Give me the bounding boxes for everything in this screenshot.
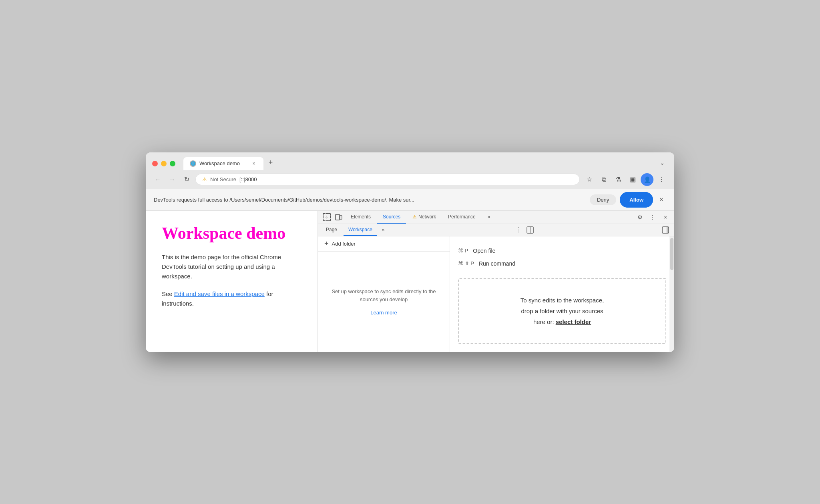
file-tree-panel: + Add folder Set up workspace to sync ed… bbox=[318, 236, 450, 352]
toolbar: ← → ↻ ⚠ Not Secure [::]8000 ☆ ⧉ ⚗ ▣ 👤 ⋮ bbox=[146, 170, 674, 189]
sidebar-button[interactable]: ▣ bbox=[626, 173, 639, 186]
not-secure-label: Not Secure bbox=[210, 176, 236, 182]
file-tree-empty: Set up workspace to sync edits directly … bbox=[318, 252, 450, 352]
forward-button[interactable]: → bbox=[167, 174, 178, 185]
subtab-workspace[interactable]: Workspace bbox=[344, 224, 377, 236]
notification-bar: DevTools requests full access to /Users/… bbox=[146, 189, 674, 211]
tab-more[interactable]: » bbox=[482, 211, 496, 224]
drop-area-line2: drop a folder with your sources bbox=[471, 306, 653, 316]
devtools-close-button[interactable]: × bbox=[660, 212, 671, 223]
tab-sources[interactable]: Sources bbox=[377, 211, 406, 224]
toolbar-icons: ☆ ⧉ ⚗ ▣ 👤 ⋮ bbox=[583, 173, 668, 186]
run-command-desc: Run command bbox=[479, 260, 515, 267]
devtools-tabs: ⊹ Elements Sources ⚠Network Performance … bbox=[318, 211, 674, 224]
notification-text: DevTools requests full access to /Users/… bbox=[154, 197, 585, 203]
tab-close-button[interactable]: × bbox=[251, 160, 257, 167]
select-folder-link[interactable]: select folder bbox=[556, 318, 591, 325]
page-title: Workspace demo bbox=[162, 224, 301, 243]
allow-button[interactable]: Allow bbox=[621, 193, 652, 206]
new-tab-button[interactable]: + bbox=[265, 157, 276, 168]
svg-rect-4 bbox=[662, 227, 669, 233]
maximize-traffic-light[interactable] bbox=[170, 161, 175, 166]
drop-area-line1: To sync edits to the workspace, bbox=[471, 295, 653, 306]
side-panel-icon-area bbox=[660, 224, 671, 236]
page-body-1: This is the demo page for the official C… bbox=[162, 252, 301, 281]
inspect-element-button[interactable]: ⊹ bbox=[321, 212, 332, 223]
tab-title: Workspace demo bbox=[199, 160, 240, 166]
page-body-2: See Edit and save files in a workspace f… bbox=[162, 289, 301, 308]
open-file-desc: Open file bbox=[473, 248, 495, 254]
profile-button[interactable]: 👤 bbox=[641, 173, 653, 186]
open-file-keys: ⌘ P bbox=[458, 248, 468, 254]
side-panel-button[interactable] bbox=[660, 224, 671, 236]
add-folder-plus-icon: + bbox=[324, 240, 329, 248]
workspace-tutorial-link[interactable]: Edit and save files in a workspace bbox=[174, 290, 265, 297]
add-folder-row[interactable]: + Add folder bbox=[318, 236, 450, 252]
devtools-kebab-button[interactable]: ⋮ bbox=[647, 212, 658, 223]
sources-body-wrapper: + Add folder Set up workspace to sync ed… bbox=[318, 236, 674, 352]
sources-subtabs: Page Workspace » ⋮ bbox=[318, 224, 674, 236]
notification-close-button[interactable]: × bbox=[657, 195, 666, 204]
shortcut-open-file: ⌘ P Open file bbox=[458, 244, 666, 257]
scrollbar-track[interactable] bbox=[669, 236, 674, 352]
page-body-2-prefix: See bbox=[162, 290, 174, 297]
extension-button[interactable]: ⧉ bbox=[597, 173, 610, 186]
main-content: Workspace demo This is the demo page for… bbox=[146, 211, 674, 352]
side-panel-icon bbox=[661, 226, 669, 234]
run-command-keys: ⌘ ⇧ P bbox=[458, 260, 474, 266]
not-secure-icon: ⚠ bbox=[202, 176, 207, 182]
drop-area: To sync edits to the workspace, drop a f… bbox=[458, 278, 666, 344]
devtools-settings-button[interactable]: ⚙ bbox=[634, 212, 645, 223]
subtab-kebab-button[interactable]: ⋮ bbox=[512, 224, 524, 235]
learn-more-link[interactable]: Learn more bbox=[370, 310, 397, 316]
sources-body: + Add folder Set up workspace to sync ed… bbox=[318, 236, 674, 352]
subtab-more[interactable]: » bbox=[379, 225, 388, 235]
network-warning-icon: ⚠ bbox=[412, 214, 417, 220]
svg-rect-0 bbox=[336, 214, 340, 220]
minimize-traffic-light[interactable] bbox=[161, 161, 167, 166]
tab-network[interactable]: ⚠Network bbox=[407, 211, 442, 224]
devtools-tab-icons: ⚙ ⋮ × bbox=[634, 212, 671, 223]
active-tab[interactable]: 🌐 Workspace demo × bbox=[183, 157, 263, 170]
editor-panel: ⌘ P Open file ⌘ ⇧ P Run command To sync … bbox=[450, 236, 674, 352]
browser-window: 🌐 Workspace demo × + ⌄ ← → ↻ ⚠ Not Secur… bbox=[146, 152, 674, 352]
select-element-icon: ⊹ bbox=[323, 213, 331, 221]
deny-button[interactable]: Deny bbox=[590, 194, 616, 205]
title-bar: 🌐 Workspace demo × + ⌄ bbox=[146, 152, 674, 170]
drop-area-line3: here or: select folder bbox=[471, 316, 653, 327]
subtab-toggle-panel-button[interactable] bbox=[525, 225, 535, 235]
address-bar[interactable]: ⚠ Not Secure [::]8000 bbox=[195, 174, 580, 185]
svg-rect-1 bbox=[340, 216, 342, 219]
back-button[interactable]: ← bbox=[152, 174, 163, 185]
file-tree-empty-text: Set up workspace to sync edits directly … bbox=[326, 288, 442, 303]
tab-performance[interactable]: Performance bbox=[442, 211, 481, 224]
device-toggle-button[interactable] bbox=[333, 212, 344, 223]
add-folder-label: Add folder bbox=[332, 241, 356, 247]
scrollbar-thumb[interactable] bbox=[670, 238, 673, 270]
subtab-page[interactable]: Page bbox=[321, 224, 342, 236]
close-traffic-light[interactable] bbox=[152, 161, 158, 166]
tab-bar: 🌐 Workspace demo × + bbox=[183, 157, 652, 170]
toggle-panel-icon bbox=[526, 226, 534, 234]
tab-chevron-icon[interactable]: ⌄ bbox=[657, 158, 668, 168]
devtools-panel: ⊹ Elements Sources ⚠Network Performance … bbox=[318, 211, 674, 352]
shortcut-run-command: ⌘ ⇧ P Run command bbox=[458, 257, 666, 270]
tab-elements[interactable]: Elements bbox=[345, 211, 376, 224]
drop-area-prefix: here or: bbox=[533, 318, 556, 325]
device-icon bbox=[335, 214, 342, 221]
tab-favicon: 🌐 bbox=[190, 160, 196, 167]
bookmark-button[interactable]: ☆ bbox=[583, 173, 596, 186]
address-text: [::]8000 bbox=[239, 176, 257, 182]
page-content: Workspace demo This is the demo page for… bbox=[146, 211, 318, 352]
traffic-lights bbox=[152, 161, 175, 166]
refresh-button[interactable]: ↻ bbox=[181, 174, 192, 185]
menu-button[interactable]: ⋮ bbox=[655, 173, 668, 186]
lab-button[interactable]: ⚗ bbox=[612, 173, 625, 186]
